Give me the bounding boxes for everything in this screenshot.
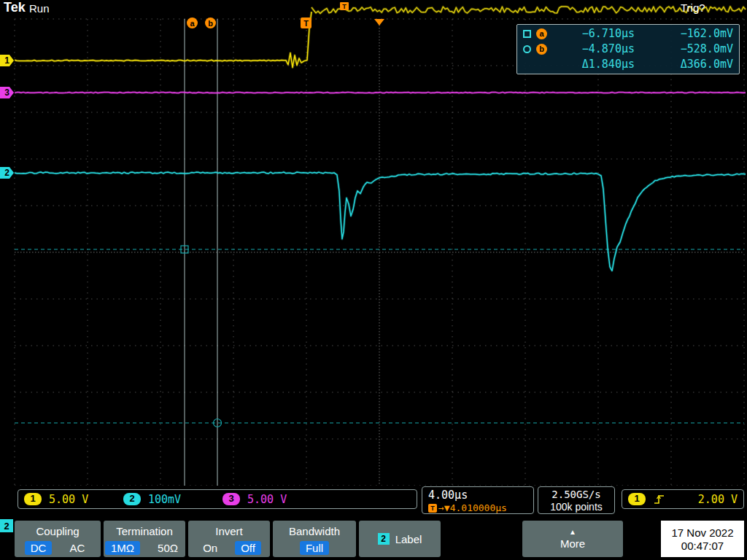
coupling-dc-option[interactable]: DC bbox=[25, 541, 53, 555]
bandwidth-full-option[interactable]: Full bbox=[300, 541, 329, 555]
ch2-readout: 2 100mV bbox=[123, 493, 181, 506]
label-channel-badge: 2 bbox=[378, 533, 390, 545]
time-text: 00:47:07 bbox=[681, 540, 724, 552]
more-button[interactable]: ▲ More bbox=[522, 521, 623, 557]
cursor-a-time: −6.710µs bbox=[553, 27, 635, 40]
date-text: 17 Nov 2022 bbox=[671, 526, 733, 539]
top-status-bar: Tek Run Trig? bbox=[0, 0, 747, 16]
cursor-b-readout: b −4.870µs −528.0mV bbox=[523, 42, 733, 56]
menu-channel-tab: 2 bbox=[0, 519, 13, 532]
bottom-menu: 2 Coupling DC AC Termination 1MΩ 50Ω Inv… bbox=[0, 519, 747, 560]
invert-label: Invert bbox=[188, 521, 270, 537]
horizontal-delay: T →▼4.010000µs bbox=[428, 502, 533, 513]
readout-bar: 1 5.00 V 2 100mV 3 5.00 V 4.00µs T →▼4.0… bbox=[0, 486, 747, 519]
ch3-readout: 3 5.00 V bbox=[222, 493, 287, 506]
ch1-readout: 1 5.00 V bbox=[24, 493, 88, 506]
horizontal-readout: 4.00µs T →▼4.010000µs bbox=[422, 486, 534, 514]
ch3-scale: 5.00 V bbox=[247, 493, 287, 506]
record-length: 100k points bbox=[550, 501, 603, 513]
cursor-b-volt: −528.0mV bbox=[635, 42, 733, 55]
trigger-flag[interactable]: T bbox=[301, 18, 311, 28]
horizontal-scale: 4.00µs bbox=[428, 489, 533, 502]
ch1-badge[interactable]: 1 bbox=[24, 493, 42, 505]
sample-rate: 2.50GS/s bbox=[551, 489, 600, 500]
trigger-readout: 1 2.00 V bbox=[622, 489, 744, 509]
label-button-text: Label bbox=[395, 533, 422, 545]
cursor-readout-box: a −6.710µs −162.0mV b −4.870µs −528.0mV … bbox=[516, 24, 740, 74]
bandwidth-label: Bandwidth bbox=[273, 521, 356, 537]
coupling-label: Coupling bbox=[15, 521, 101, 537]
cursor-b-circle-icon bbox=[523, 45, 531, 53]
cursor-a-readout: a −6.710µs −162.0mV bbox=[523, 26, 733, 41]
more-up-arrow-icon: ▲ bbox=[569, 529, 576, 536]
ch3-badge[interactable]: 3 bbox=[222, 493, 240, 505]
rising-edge-icon bbox=[653, 494, 666, 505]
invert-off-option[interactable]: Off bbox=[235, 541, 261, 555]
oscilloscope-screen: Tek Run Trig? 1 3 2 a b T T a −6.710µs −… bbox=[0, 0, 747, 560]
datetime-display: 17 Nov 2022 00:47:07 bbox=[661, 521, 744, 557]
cursor-delta-readout: Δ1.840µs Δ366.0mV bbox=[523, 57, 733, 71]
label-button[interactable]: 2 Label bbox=[359, 521, 441, 557]
termination-label: Termination bbox=[104, 521, 185, 537]
cursor-a-badge: a bbox=[536, 28, 547, 39]
acquisition-readout: 2.50GS/s 100k points bbox=[538, 486, 615, 514]
termination-50ohm-option[interactable]: 50Ω bbox=[152, 541, 184, 555]
trigger-source-badge[interactable]: 1 bbox=[628, 493, 646, 505]
tek-logo: Tek bbox=[4, 0, 26, 15]
coupling-button[interactable]: Coupling DC AC bbox=[15, 521, 101, 557]
invert-button[interactable]: Invert On Off bbox=[188, 521, 270, 557]
horizontal-delay-value: →▼4.010000µs bbox=[438, 502, 507, 513]
termination-button[interactable]: Termination 1MΩ 50Ω bbox=[104, 521, 185, 557]
more-button-text: More bbox=[560, 537, 585, 550]
cursor-delta-time: Δ1.840µs bbox=[553, 58, 635, 71]
acquisition-status: Run bbox=[29, 2, 50, 15]
graticule-display bbox=[0, 0, 747, 560]
trigger-t-icon: T bbox=[428, 504, 437, 513]
ch1-scale: 5.00 V bbox=[49, 493, 88, 506]
cursor-a-flag[interactable]: a bbox=[187, 18, 198, 28]
cursor-delta-volt: Δ366.0mV bbox=[635, 58, 733, 71]
termination-1mohm-option[interactable]: 1MΩ bbox=[105, 541, 140, 555]
ch2-scale: 100mV bbox=[148, 493, 181, 506]
coupling-ac-option[interactable]: AC bbox=[63, 541, 90, 555]
ch2-badge[interactable]: 2 bbox=[123, 493, 141, 505]
cursor-b-flag[interactable]: b bbox=[205, 18, 216, 28]
cursor-a-square-icon bbox=[523, 30, 531, 38]
trigger-status: Trig? bbox=[681, 1, 705, 14]
cursor-b-time: −4.870µs bbox=[553, 42, 635, 55]
channel-scale-readouts: 1 5.00 V 2 100mV 3 5.00 V bbox=[18, 489, 417, 509]
bandwidth-button[interactable]: Bandwidth Full bbox=[273, 521, 356, 557]
invert-on-option[interactable]: On bbox=[197, 541, 223, 555]
trigger-level: 2.00 V bbox=[698, 493, 738, 506]
expansion-point-icon bbox=[374, 19, 384, 26]
cursor-a-volt: −162.0mV bbox=[635, 27, 733, 40]
cursor-b-badge: b bbox=[536, 44, 547, 55]
